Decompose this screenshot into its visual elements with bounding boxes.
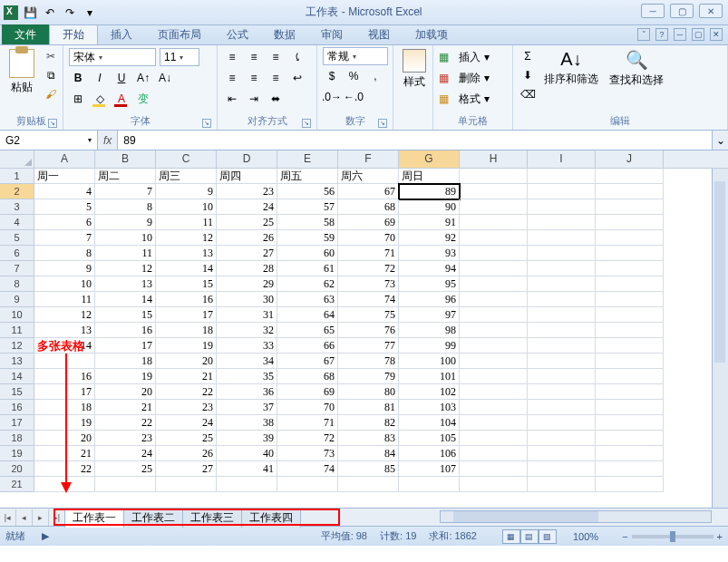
- tab-addins[interactable]: 加载项: [403, 24, 461, 44]
- cell[interactable]: 82: [338, 415, 399, 431]
- cell[interactable]: [596, 354, 664, 369]
- cell[interactable]: [528, 338, 596, 354]
- cell[interactable]: 11: [156, 215, 217, 230]
- cell[interactable]: 21: [156, 369, 217, 384]
- cell[interactable]: 10: [156, 199, 217, 215]
- cell[interactable]: 38: [217, 415, 277, 431]
- workbook-minimize[interactable]: ─: [674, 28, 686, 41]
- workbook-restore[interactable]: ▢: [692, 28, 704, 41]
- tab-nav-last[interactable]: ▸|: [49, 509, 65, 526]
- column-header-J[interactable]: J: [596, 150, 664, 168]
- cell[interactable]: 33: [217, 338, 277, 354]
- column-header-H[interactable]: H: [460, 150, 528, 168]
- increase-font-button[interactable]: A↑: [134, 69, 152, 87]
- cell[interactable]: 7: [95, 184, 156, 199]
- cut-button[interactable]: ✂: [42, 47, 60, 65]
- formula-expand[interactable]: ⌄: [712, 131, 728, 150]
- cell[interactable]: 22: [95, 415, 156, 431]
- row-header[interactable]: 13: [0, 354, 34, 369]
- cell[interactable]: 64: [277, 307, 338, 323]
- cell[interactable]: 79: [338, 369, 399, 384]
- number-dialog-launcher[interactable]: ↘: [378, 119, 387, 128]
- cell[interactable]: [528, 246, 596, 261]
- cell[interactable]: 20: [95, 384, 156, 400]
- cell[interactable]: 65: [277, 323, 338, 338]
- cell[interactable]: 58: [277, 215, 338, 230]
- tab-home[interactable]: 开始: [49, 24, 98, 44]
- cell[interactable]: [460, 431, 528, 446]
- row-header[interactable]: 17: [0, 415, 34, 431]
- cell[interactable]: 103: [399, 400, 460, 415]
- close-button[interactable]: ✕: [699, 4, 723, 18]
- tab-file[interactable]: 文件: [2, 24, 49, 44]
- qat-customize-dropdown[interactable]: ▾: [82, 5, 98, 21]
- name-box[interactable]: G2▾: [0, 131, 98, 150]
- cell[interactable]: [596, 246, 664, 261]
- cell[interactable]: 6: [34, 215, 95, 230]
- cell[interactable]: 104: [399, 415, 460, 431]
- font-dialog-launcher[interactable]: ↘: [202, 119, 211, 128]
- cell[interactable]: 75: [338, 307, 399, 323]
- cell[interactable]: 81: [338, 400, 399, 415]
- bold-button[interactable]: B: [69, 69, 87, 87]
- cell[interactable]: 26: [156, 446, 217, 461]
- formula-input[interactable]: 89: [118, 131, 712, 150]
- styles-button[interactable]: 样式: [399, 47, 430, 92]
- cell[interactable]: 16: [95, 323, 156, 338]
- font-color-button[interactable]: A: [112, 90, 131, 108]
- row-header[interactable]: 2: [0, 184, 34, 199]
- phonetic-button[interactable]: 变: [134, 90, 152, 108]
- row-header[interactable]: 5: [0, 230, 34, 246]
- cell[interactable]: [596, 199, 664, 215]
- zoom-in[interactable]: +: [717, 531, 723, 542]
- cell[interactable]: 106: [399, 446, 460, 461]
- tab-view[interactable]: 视图: [355, 24, 403, 44]
- cell[interactable]: 8: [34, 246, 95, 261]
- cell[interactable]: 11: [34, 292, 95, 307]
- cell[interactable]: 61: [277, 261, 338, 276]
- cell[interactable]: 19: [95, 369, 156, 384]
- cell[interactable]: [460, 261, 528, 276]
- cell[interactable]: [596, 446, 664, 461]
- cell[interactable]: [460, 369, 528, 384]
- cell[interactable]: 18: [156, 323, 217, 338]
- cell[interactable]: [596, 338, 664, 354]
- tab-page-layout[interactable]: 页面布局: [145, 24, 214, 44]
- fill-button[interactable]: ⬇: [519, 66, 537, 84]
- cell[interactable]: 23: [95, 431, 156, 446]
- cell[interactable]: [460, 215, 528, 230]
- cell[interactable]: 25: [156, 431, 217, 446]
- sheet-tab[interactable]: 工作表二: [123, 508, 183, 528]
- cell[interactable]: 68: [338, 199, 399, 215]
- wrap-text-button[interactable]: ↩: [288, 69, 306, 87]
- cell[interactable]: 23: [217, 184, 277, 199]
- cell[interactable]: [528, 369, 596, 384]
- row-header[interactable]: 1: [0, 169, 34, 184]
- cell[interactable]: [596, 461, 664, 477]
- cell[interactable]: 16: [156, 292, 217, 307]
- cell[interactable]: 周二: [95, 169, 156, 184]
- cell[interactable]: 24: [156, 415, 217, 431]
- orientation-button[interactable]: ⤹: [288, 48, 306, 66]
- align-middle[interactable]: ≡: [245, 48, 263, 66]
- cell[interactable]: 32: [217, 323, 277, 338]
- cell[interactable]: 周五: [277, 169, 338, 184]
- cell[interactable]: 10: [95, 230, 156, 246]
- border-button[interactable]: ⊞: [69, 90, 87, 108]
- cell[interactable]: 4: [34, 184, 95, 199]
- cell[interactable]: 63: [277, 292, 338, 307]
- cell[interactable]: [95, 477, 156, 492]
- cell[interactable]: 105: [399, 431, 460, 446]
- cell[interactable]: [460, 307, 528, 323]
- cell[interactable]: 96: [399, 292, 460, 307]
- sheet-tab[interactable]: 工作表一: [64, 508, 124, 528]
- row-header[interactable]: 15: [0, 384, 34, 400]
- sheet-tab[interactable]: 工作表四: [241, 508, 301, 528]
- tab-formulas[interactable]: 公式: [214, 24, 261, 44]
- view-page-layout[interactable]: ▤: [520, 529, 539, 544]
- cell[interactable]: [596, 276, 664, 292]
- cell[interactable]: [528, 215, 596, 230]
- cell[interactable]: 30: [217, 292, 277, 307]
- cell[interactable]: [596, 369, 664, 384]
- cell[interactable]: 15: [156, 276, 217, 292]
